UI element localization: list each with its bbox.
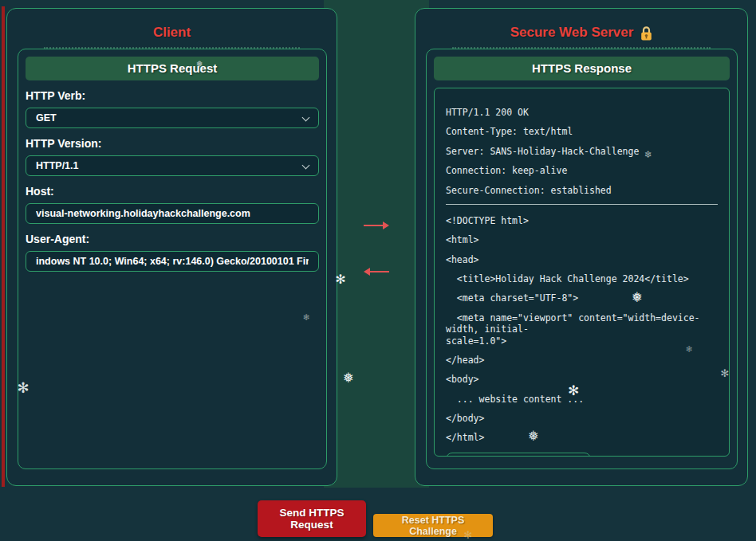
https-response-header: HTTPS Response: [434, 57, 730, 80]
center-column-background: [324, 0, 429, 488]
response-header-line: Content-Type: text/html: [446, 126, 718, 137]
host-label: Host:: [26, 185, 319, 198]
response-body-line: <body>: [446, 374, 718, 385]
client-title-text: Client: [153, 25, 191, 41]
website-preview-button[interactable]: HHC 2024 Website Preview: [446, 453, 591, 457]
server-title-text: Secure Web Server: [510, 25, 634, 41]
response-header-line: Connection: keep-alive: [446, 165, 718, 176]
response-status-headers: HTTP/1.1 200 OKContent-Type: text/htmlSe…: [446, 107, 718, 196]
host-input[interactable]: [26, 203, 319, 224]
client-panel-title: Client: [7, 25, 337, 41]
response-left-arrow-icon: [363, 266, 390, 277]
http-verb-label: HTTP Verb:: [26, 89, 319, 102]
response-html-body: <!DOCTYPE html><html><head> <title>Holid…: [446, 215, 718, 444]
response-body-line: <title>Holiday Hack Challenge 2024</titl…: [446, 273, 718, 284]
user-agent-label: User-Agent:: [26, 233, 319, 245]
https-response-card: HTTPS Response HTTP/1.1 200 OKContent-Ty…: [426, 49, 738, 469]
response-header-line: Secure-Connection: established: [446, 185, 718, 196]
response-body-line: </html>: [446, 432, 718, 443]
left-red-stripe: [2, 6, 5, 487]
http-version-label: HTTP Version:: [26, 137, 319, 150]
response-body-line: <head>: [446, 254, 718, 265]
server-panel-title: Secure Web Server: [415, 25, 747, 41]
http-verb-select-wrap: GET: [26, 108, 319, 128]
secure-web-server-panel: Secure Web Server HTTPS Response HTTP/1.…: [415, 8, 748, 486]
response-body-line: </head>: [446, 355, 718, 366]
request-right-arrow-icon: [363, 220, 390, 231]
http-version-select[interactable]: HTTP/1.1: [26, 155, 319, 176]
response-body-line: <meta name="viewport" content="width=dev…: [446, 312, 718, 347]
lock-icon: [640, 25, 652, 41]
http-version-select-wrap: HTTP/1.1: [26, 155, 319, 176]
user-agent-input[interactable]: [26, 251, 319, 272]
response-output: HTTP/1.1 200 OKContent-Type: text/htmlSe…: [434, 88, 730, 457]
https-challenge-page: { "colors":{"page_bg":"#15333C","panel_b…: [0, 0, 756, 541]
response-header-line: HTTP/1.1 200 OK: [446, 107, 718, 118]
send-https-request-button[interactable]: Send HTTPS Request: [258, 500, 366, 537]
response-divider: [446, 204, 718, 205]
response-body-line: <meta charset="UTF-8">: [446, 292, 718, 304]
http-verb-select[interactable]: GET: [26, 108, 319, 128]
https-request-header: HTTPS Request: [26, 57, 319, 80]
response-body-line: ... website content ...: [446, 394, 718, 405]
response-body-line: <!DOCTYPE html>: [446, 215, 718, 226]
client-panel: Client HTTPS Request HTTP Verb: GET HTTP…: [6, 8, 337, 486]
request-form: HTTP Verb: GET HTTP Version: HTTP/1.1 Ho…: [18, 89, 326, 272]
https-request-card: HTTPS Request HTTP Verb: GET HTTP Versio…: [18, 49, 327, 469]
reset-https-challenge-button[interactable]: Reset HTTPS Challenge: [373, 514, 493, 537]
response-body-line: <html>: [446, 234, 718, 245]
response-body-line: </body>: [446, 413, 718, 424]
response-header-line: Server: SANS-Holiday-Hack-Challenge: [446, 146, 718, 157]
